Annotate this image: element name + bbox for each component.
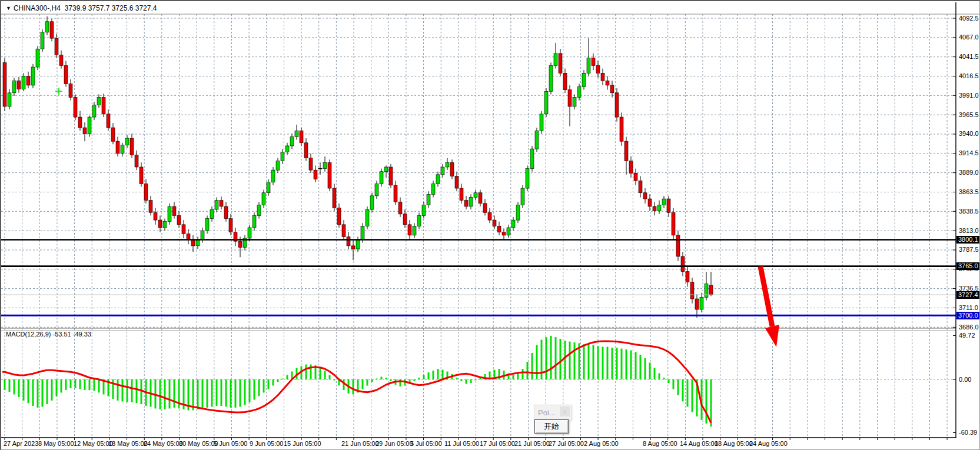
time-axis-label: 2 Aug 05:00 (584, 440, 619, 448)
tooltip-close-icon[interactable]: x (560, 406, 570, 416)
price-axis-label: 3863.5 (959, 188, 979, 196)
price-badge: 3727.4 (956, 291, 980, 299)
price-axis-label: 4041.5 (959, 53, 979, 61)
macd-axis-label: 0.00 (959, 376, 971, 384)
price-axis-label: 3889.0 (959, 169, 979, 176)
time-axis-label: 21 Jun 05:00 (341, 440, 379, 448)
price-badge: 3765.0 (956, 262, 980, 270)
macd-axis-label: 49.72 (959, 332, 975, 339)
price-axis-label: 3787.5 (959, 246, 979, 254)
time-axis-label: 5 Jul 05:00 (410, 440, 442, 448)
time-axis-label: 27 Apr 2023 (4, 440, 38, 448)
gridlines (1, 14, 956, 438)
price-axis-label: 4016.5 (959, 72, 979, 80)
macd-signal-line (2, 341, 711, 423)
macd-histogram (5, 336, 711, 426)
price-axis-label: 3940.0 (959, 130, 979, 138)
price-badge: 3700.0 (956, 312, 980, 319)
macd-axis-label: -60.39 (959, 429, 977, 436)
chart-canvas (1, 1, 980, 450)
chart-window: ▼CHINA300-,H4 3739.9 3757.7 3725.6 3727.… (0, 0, 980, 450)
time-axis-label: 12 May 05:00 (74, 440, 113, 448)
time-axis-label: 24 May 05:00 (144, 440, 183, 448)
tooltip-popup: Poi... x (534, 405, 572, 421)
price-axis-label: 3965.5 (959, 111, 979, 119)
price-badge: 3800.1 (956, 236, 980, 244)
time-axis-label: 8 May 05:00 (38, 440, 74, 448)
price-axis-label: 3914.5 (959, 149, 979, 157)
price-axis-label: 3711.0 (959, 304, 978, 312)
symbol-dropdown-icon[interactable]: ▼ (6, 5, 11, 11)
price-axis-label: 4092.5 (959, 15, 979, 22)
chart-title: ▼CHINA300-,H4 3739.9 3757.7 3725.6 3727.… (6, 4, 157, 12)
panel-splitter[interactable] (1, 328, 956, 331)
price-axis-label: 3991.0 (959, 92, 979, 99)
time-axis-label: 21 Jul 05:00 (514, 440, 550, 448)
price-axis-label: 3686.0 (959, 324, 979, 331)
drawn-arrow-annotation[interactable] (760, 266, 779, 347)
ohlc-values: 3739.9 3757.7 3725.6 3727.4 (65, 4, 157, 12)
cross-marker (55, 88, 62, 95)
tooltip-text: Poi... (538, 408, 556, 417)
time-axis-label: 29 Jun 05:00 (376, 440, 413, 448)
price-axis-label: 4067.0 (959, 34, 979, 41)
time-axis-label: 9 Jun 05:00 (250, 440, 284, 448)
price-axis-label: 3813.0 (959, 227, 979, 235)
time-axis-label: 14 Aug 05:00 (680, 440, 718, 448)
time-axis-label: 27 Jul 05:00 (549, 440, 584, 448)
macd-indicator-label: MACD(12,26,9) -53.51 -49.33 (6, 331, 91, 338)
price-axis-label: 3838.5 (959, 208, 979, 215)
time-axis-label: 11 Jul 05:00 (444, 440, 479, 448)
start-button[interactable]: 开始 (534, 419, 569, 434)
time-axis-label: 24 Aug 05:00 (749, 440, 788, 448)
time-axis-label: 15 Jun 05:00 (284, 440, 321, 448)
time-axis-label: 5 Jun 05:00 (214, 440, 248, 448)
symbol-label: CHINA300-,H4 (14, 4, 61, 12)
time-axis-label: 18 May 05:00 (108, 440, 148, 448)
time-axis-label: 17 Jul 05:00 (480, 440, 515, 448)
time-axis-label: 18 Aug 05:00 (715, 440, 753, 448)
time-axis-label: 30 May 05:00 (179, 440, 218, 448)
time-axis-label: 8 Aug 05:00 (643, 440, 677, 448)
